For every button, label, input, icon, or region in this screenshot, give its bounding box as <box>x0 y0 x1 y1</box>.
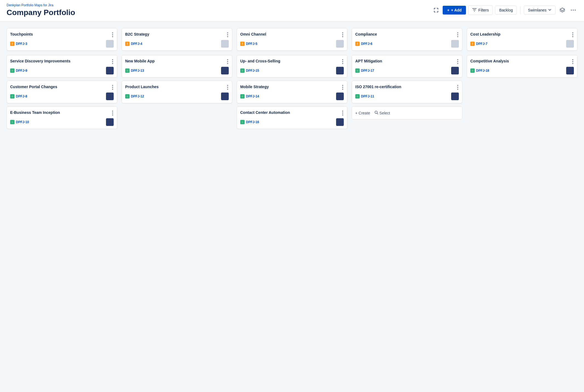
jira-id-text: DPFJ-13 <box>131 69 144 73</box>
card-header: Compliance <box>355 32 459 38</box>
svg-line-1 <box>377 113 378 114</box>
card: Up- and Cross-Selling↑DPFJ-15 <box>237 55 347 77</box>
more-options-button[interactable] <box>569 8 577 12</box>
board-column: B2C Strategy!DPFJ-4 <box>122 28 232 51</box>
card-menu-icon[interactable] <box>342 84 344 90</box>
card-footer: ↑DPFJ-16 <box>240 118 344 126</box>
jira-id-text: DPFJ-17 <box>361 69 374 73</box>
board-column: New Mobile App↑DPFJ-13Product Launches↑D… <box>122 55 232 129</box>
jira-id: !DPFJ-3 <box>10 42 27 46</box>
avatar <box>221 93 229 100</box>
up-priority-icon: ↑ <box>355 68 360 73</box>
swimlanes-button[interactable]: Swimlanes <box>524 6 556 15</box>
card-footer: !DPFJ-5 <box>240 40 344 48</box>
card-header: Touchpoints <box>10 32 114 38</box>
card-title: B2C Strategy <box>125 32 227 37</box>
expand-icon-button[interactable] <box>432 6 440 15</box>
board-column: Compliance!DPFJ-6 <box>352 28 462 51</box>
warning-priority-icon: ! <box>355 42 360 46</box>
select-button[interactable]: Select <box>374 111 390 115</box>
jira-id: ↑DPFJ-18 <box>470 68 489 73</box>
card-menu-icon[interactable] <box>227 32 229 38</box>
swimlanes-label: Swimlanes <box>528 8 546 12</box>
card-header: Customer Portal Changes <box>10 84 114 90</box>
card-menu-icon[interactable] <box>457 59 459 65</box>
card-menu-icon[interactable] <box>457 84 459 90</box>
card-menu-icon[interactable] <box>111 84 114 90</box>
avatar <box>336 93 344 100</box>
card-menu-icon[interactable] <box>227 84 229 90</box>
page-title: Company Portfolio <box>7 8 75 17</box>
card-footer: ↑DPFJ-10 <box>10 118 114 126</box>
layers-icon-button[interactable] <box>558 5 567 15</box>
avatar <box>336 40 344 48</box>
up-priority-icon: ↑ <box>10 68 15 73</box>
card: Product Launches↑DPFJ-12 <box>122 81 232 103</box>
up-priority-icon: ↑ <box>240 94 245 99</box>
card-title: Service Discovery Improvements <box>10 59 111 64</box>
card-menu-icon[interactable] <box>572 59 574 65</box>
jira-id-text: DPFJ-8 <box>16 94 27 98</box>
search-icon <box>374 111 378 115</box>
jira-id: ↑DPFJ-10 <box>10 120 29 124</box>
backlog-label: Backlog <box>499 8 513 12</box>
card-menu-icon[interactable] <box>111 59 114 65</box>
card-menu-icon[interactable] <box>227 59 229 65</box>
card-menu-icon[interactable] <box>111 32 114 38</box>
jira-id-text: DPFJ-16 <box>246 120 259 124</box>
card-title: ISO 27001 re-certification <box>355 84 457 90</box>
card-header: Omni Channel <box>240 32 344 38</box>
card: Customer Portal Changes↑DPFJ-8 <box>7 81 117 103</box>
add-label: + Add <box>451 8 462 12</box>
card: Cost Leadership!DPFJ-7 <box>467 28 577 51</box>
up-priority-icon: ↑ <box>10 120 15 124</box>
board-column: Competitive Analysis↑DPFJ-18 <box>467 55 577 129</box>
avatar <box>106 67 114 74</box>
card-menu-icon[interactable] <box>342 110 344 116</box>
jira-id: ↑DPFJ-13 <box>125 68 144 73</box>
card-title: Product Launches <box>125 84 227 90</box>
jira-id-text: DPFJ-15 <box>246 69 259 73</box>
avatar <box>221 40 229 48</box>
create-button[interactable]: + Create <box>355 111 370 115</box>
card-menu-icon[interactable] <box>457 32 459 38</box>
header-right: + + Add Filters Backlog Swimlanes <box>432 5 577 15</box>
card: New Mobile App↑DPFJ-13 <box>122 55 232 77</box>
divider <box>520 6 520 14</box>
card: Competitive Analysis↑DPFJ-18 <box>467 55 577 77</box>
card-footer: ↑DPFJ-9 <box>10 67 114 74</box>
card: B2C Strategy!DPFJ-4 <box>122 28 232 51</box>
up-priority-icon: ↑ <box>10 94 15 99</box>
main-content: Touchpoints!DPFJ-3B2C Strategy!DPFJ-4Omn… <box>0 22 584 136</box>
page-header: Denkplan Portfolio Maps for Jira Company… <box>0 0 584 22</box>
card-header: Competitive Analysis <box>470 59 574 65</box>
jira-id-text: DPFJ-14 <box>246 94 259 98</box>
board-column: Up- and Cross-Selling↑DPFJ-15Mobile Stra… <box>237 55 347 129</box>
jira-id: ↑DPFJ-12 <box>125 94 144 99</box>
card-footer: ↑DPFJ-11 <box>355 93 459 100</box>
card-title: E-Business Team Inception <box>10 110 111 116</box>
card-menu-icon[interactable] <box>111 110 114 116</box>
card-footer: !DPFJ-3 <box>10 40 114 48</box>
filters-button[interactable]: Filters <box>468 5 493 15</box>
card-menu-icon[interactable] <box>572 32 574 38</box>
backlog-button[interactable]: Backlog <box>495 6 517 15</box>
card-footer: ↑DPFJ-15 <box>240 67 344 74</box>
avatar <box>221 67 229 74</box>
card-menu-icon[interactable] <box>342 59 344 65</box>
card-footer: !DPFJ-7 <box>470 40 574 48</box>
card-title: Customer Portal Changes <box>10 84 111 90</box>
card-footer: ↑DPFJ-12 <box>125 93 229 100</box>
card-title: Contact Center Automation <box>240 110 342 116</box>
card-header: Contact Center Automation <box>240 110 344 116</box>
app-name: Denkplan Portfolio Maps for Jira <box>7 3 75 7</box>
card: Touchpoints!DPFJ-3 <box>7 28 117 51</box>
add-button[interactable]: + + Add <box>443 6 466 15</box>
jira-id: ↑DPFJ-16 <box>240 120 259 124</box>
card-menu-icon[interactable] <box>342 32 344 38</box>
jira-id-text: DPFJ-5 <box>246 42 257 46</box>
row1-board: Touchpoints!DPFJ-3B2C Strategy!DPFJ-4Omn… <box>7 28 577 51</box>
card-title: Mobile Strategy <box>240 84 342 90</box>
up-priority-icon: ↑ <box>355 94 360 99</box>
jira-id-text: DPFJ-18 <box>476 69 489 73</box>
